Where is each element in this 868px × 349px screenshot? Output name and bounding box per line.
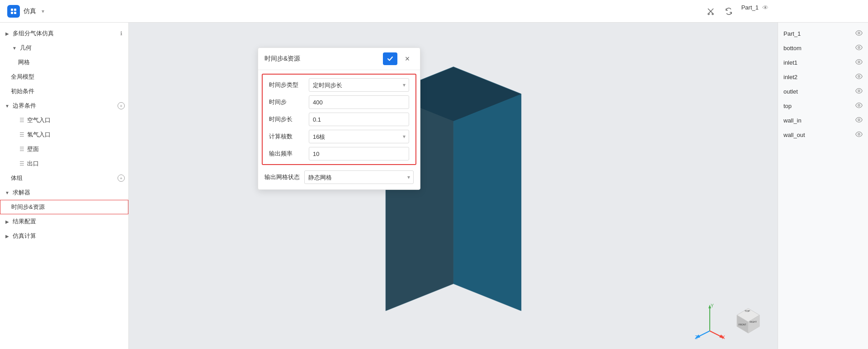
field-label-cores: 计算核数 bbox=[269, 132, 305, 141]
right-panel-row-inlet2: inlet2 bbox=[778, 70, 868, 84]
right-panel-label-inlet1: inlet1 bbox=[783, 59, 852, 66]
tree-label: 氢气入口 bbox=[27, 131, 125, 139]
lines-icon: ☰ bbox=[18, 146, 25, 153]
right-panel-row-top: top bbox=[778, 99, 868, 113]
sidebar-item-result-config[interactable]: ▶ 结果配置 bbox=[0, 214, 128, 229]
right-panel-label-bottom: bottom bbox=[783, 45, 852, 52]
sidebar-item-global-model[interactable]: 全局模型 bbox=[0, 70, 128, 84]
axis-cube: TOP RIGHT FRONT bbox=[728, 295, 769, 335]
tree-label: 边界条件 bbox=[13, 102, 116, 110]
form-row-timestep-type: 时间步类型 定时间步长 自适应时间步 bbox=[263, 76, 415, 94]
timestep-dialog: 时间步&资源 × 时间步类型 bbox=[258, 47, 420, 190]
svg-text:Y: Y bbox=[711, 304, 714, 308]
tree-label: 时间步&资源 bbox=[11, 203, 124, 211]
svg-rect-1 bbox=[14, 9, 16, 11]
right-panel-row-outlet: outlet bbox=[778, 84, 868, 99]
expand-icon[interactable]: ▶ bbox=[4, 218, 11, 225]
form-row-cores: 计算核数 16核 8核 32核 bbox=[263, 128, 415, 145]
tree-label: 几何 bbox=[20, 44, 125, 52]
right-panel-label-wall-in: wall_in bbox=[783, 117, 852, 124]
right-panel-label-part1: Part_1 bbox=[783, 30, 852, 37]
form-row-timestep-size: 时间步长 bbox=[263, 111, 415, 128]
lines-icon: ☰ bbox=[18, 131, 25, 138]
expand-icon[interactable]: ▼ bbox=[4, 102, 11, 109]
sidebar-item-sim-calc[interactable]: ▶ 仿真计算 bbox=[0, 229, 128, 243]
output-mesh-select-wrapper: 静态网格 动态网格 bbox=[304, 170, 414, 184]
timestep-type-select[interactable]: 定时间步长 自适应时间步 bbox=[309, 78, 409, 92]
sidebar-item-wall[interactable]: ☰ 壁面 bbox=[0, 142, 128, 156]
svg-text:X: X bbox=[722, 335, 725, 340]
expand-icon[interactable]: ▼ bbox=[4, 189, 11, 196]
dialog-body: 时间步类型 定时间步长 自适应时间步 bbox=[258, 70, 420, 189]
top-toolbar: Part_1 👁 bbox=[703, 4, 769, 19]
svg-point-43 bbox=[858, 133, 860, 135]
timestep-size-input[interactable] bbox=[309, 113, 409, 126]
expand-icon[interactable]: ▼ bbox=[11, 44, 18, 52]
output-freq-input[interactable] bbox=[309, 147, 409, 160]
tree: ▶ 多组分气体仿真 ℹ ▼ 几何 网格 全局模型 初始条件 bbox=[0, 23, 128, 247]
sidebar-item-mesh[interactable]: 网格 bbox=[0, 55, 128, 70]
field-label-timestep: 时间步 bbox=[269, 98, 305, 106]
svg-line-6 bbox=[708, 11, 711, 14]
tree-label: 求解器 bbox=[13, 189, 125, 197]
svg-point-42 bbox=[858, 119, 860, 121]
part-label: Part_1 bbox=[741, 4, 759, 19]
lines-icon: ☰ bbox=[18, 117, 25, 124]
add-body-button[interactable]: + bbox=[118, 174, 125, 182]
right-panel-row-part1: Part_1 bbox=[778, 26, 868, 41]
eye-icon-part1[interactable] bbox=[855, 29, 863, 38]
app-logo bbox=[7, 5, 20, 18]
sidebar-item-solver[interactable]: ▼ 求解器 bbox=[0, 185, 128, 200]
svg-text:RIGHT: RIGHT bbox=[750, 321, 757, 323]
eye-icon-wall-out[interactable] bbox=[855, 131, 863, 139]
expand-icon[interactable]: ▶ bbox=[4, 30, 11, 37]
dialog-close-button[interactable]: × bbox=[401, 52, 414, 65]
sidebar-item-timestep[interactable]: 时间步&资源 bbox=[0, 200, 128, 214]
eye-icon-inlet2[interactable] bbox=[855, 73, 863, 81]
field-control-timestep bbox=[309, 95, 409, 109]
eye-icon-top[interactable]: 👁 bbox=[762, 4, 769, 19]
timestep-input[interactable] bbox=[309, 95, 409, 109]
sidebar-item-body[interactable]: 体组 + bbox=[0, 171, 128, 185]
cut-button[interactable] bbox=[703, 4, 718, 19]
eye-icon-bottom[interactable] bbox=[855, 44, 863, 52]
form-row-output-mesh: 输出网格状态 静态网格 动态网格 bbox=[258, 169, 420, 186]
svg-rect-2 bbox=[11, 12, 13, 14]
svg-point-39 bbox=[858, 75, 860, 77]
sidebar-item-multi-phase[interactable]: ▶ 多组分气体仿真 ℹ bbox=[0, 26, 128, 41]
right-panel-label-outlet: outlet bbox=[783, 88, 852, 95]
sidebar-item-outlet[interactable]: ☰ 出口 bbox=[0, 156, 128, 171]
sidebar-item-initial-condition[interactable]: 初始条件 bbox=[0, 84, 128, 99]
refresh-button[interactable] bbox=[722, 4, 736, 19]
expand-icon[interactable]: ▶ bbox=[4, 232, 11, 240]
sidebar-item-geometry[interactable]: ▼ 几何 bbox=[0, 41, 128, 55]
sidebar-item-boundary-condition[interactable]: ▼ 边界条件 + bbox=[0, 99, 128, 113]
sidebar: ▶ 多组分气体仿真 ℹ ▼ 几何 网格 全局模型 初始条件 bbox=[0, 23, 129, 349]
eye-icon-inlet1[interactable] bbox=[855, 58, 863, 67]
tree-label: 网格 bbox=[18, 58, 125, 66]
eye-icon-top-part[interactable] bbox=[855, 102, 863, 110]
tree-label: 仿真计算 bbox=[13, 232, 125, 240]
right-panel-label-inlet2: inlet2 bbox=[783, 74, 852, 80]
svg-point-37 bbox=[858, 47, 860, 48]
field-control-cores: 16核 8核 32核 bbox=[309, 130, 409, 143]
field-control-output-freq bbox=[309, 147, 409, 160]
field-label-output-freq: 输出频率 bbox=[269, 150, 305, 158]
svg-point-4 bbox=[708, 13, 709, 14]
svg-text:Z: Z bbox=[695, 335, 698, 340]
sidebar-item-air-inlet[interactable]: ☰ 空气入口 bbox=[0, 113, 128, 127]
sidebar-item-hydrogen-inlet[interactable]: ☰ 氢气入口 bbox=[0, 127, 128, 142]
output-mesh-select[interactable]: 静态网格 动态网格 bbox=[304, 170, 414, 184]
add-boundary-button[interactable]: + bbox=[118, 102, 125, 109]
eye-icon-wall-in[interactable] bbox=[855, 116, 863, 125]
cores-select[interactable]: 16核 8核 32核 bbox=[309, 130, 409, 143]
dropdown-arrow[interactable]: ▾ bbox=[42, 8, 44, 14]
dialog-confirm-button[interactable] bbox=[383, 52, 397, 65]
eye-icon-outlet[interactable] bbox=[855, 87, 863, 96]
right-panel-label-wall-out: wall_out bbox=[783, 132, 852, 138]
svg-point-40 bbox=[858, 90, 860, 92]
tree-label: 空气入口 bbox=[27, 116, 125, 124]
svg-rect-3 bbox=[14, 12, 16, 14]
svg-text:FRONT: FRONT bbox=[738, 323, 746, 326]
dialog-header: 时间步&资源 × bbox=[258, 48, 420, 70]
